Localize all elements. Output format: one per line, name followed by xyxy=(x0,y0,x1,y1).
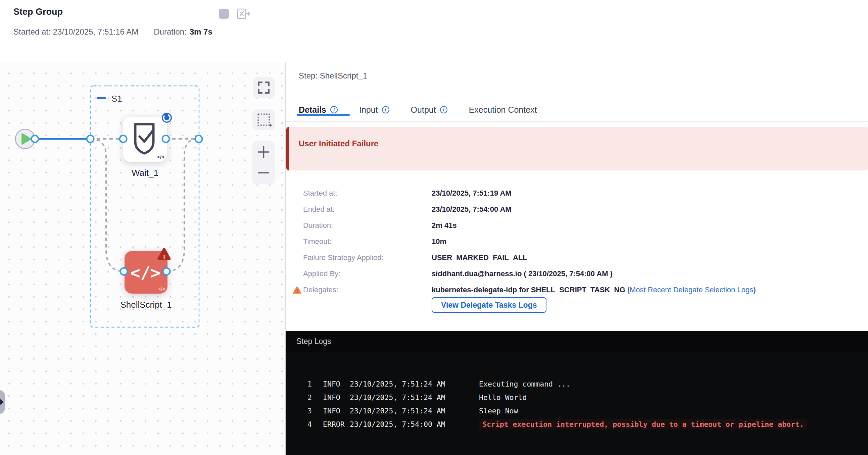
script-badge-icon: </> xyxy=(157,154,164,160)
tab-output-label: Output xyxy=(411,105,436,115)
detail-row: Ended at: 23/10/2025, 7:54:00 AM xyxy=(299,201,755,218)
view-delegate-tasks-logs-button[interactable]: View Delegate Tasks Logs xyxy=(432,297,547,313)
started-at-label: Started at: xyxy=(13,27,51,37)
warning-icon: ! xyxy=(293,286,302,294)
status-square-icon[interactable] xyxy=(219,9,229,19)
node-wait-1[interactable]: </> Wait_1 xyxy=(123,113,172,178)
paren-open: ( xyxy=(625,286,630,294)
detail-label: Duration: xyxy=(299,221,432,230)
log-level: INFO xyxy=(312,380,350,388)
detail-row: Applied By: siddhant.dua@harness.io ( 23… xyxy=(299,266,755,282)
delegate-name: kubernetes-delegate-idp for SHELL_SCRIPT… xyxy=(432,286,625,294)
chevron-right-icon xyxy=(0,399,4,405)
tab-execution-context-label: Execution Context xyxy=(469,105,537,115)
tab-bar: Details i Input i Output i Execution Con… xyxy=(286,99,868,122)
tab-details[interactable]: Details i xyxy=(299,105,338,115)
execution-header: Step Group Started at: 23/10/2025, 7:51:… xyxy=(0,0,868,62)
execution-meta: Started at: 23/10/2025, 7:51:16 AM Durat… xyxy=(13,27,213,37)
detail-row: Started at: 23/10/2025, 7:51:19 AM xyxy=(299,185,755,201)
log-line-number: 4 xyxy=(292,420,312,428)
step-details-panel: Step: ShellScript_1 Details i Input i Ou… xyxy=(286,62,868,455)
log-timestamp: 23/10/2025, 7:54:00 AM xyxy=(350,420,479,428)
error-banner: User Initiated Failure xyxy=(286,127,868,170)
tab-input-label: Input xyxy=(359,105,378,115)
tab-details-label: Details xyxy=(299,105,326,115)
info-icon[interactable]: i xyxy=(330,106,338,113)
detail-label: Applied By: xyxy=(299,269,432,278)
code-icon: </> xyxy=(130,263,160,283)
detail-value: USER_MARKED_FAIL_ALL xyxy=(432,253,527,262)
step-logs-body[interactable]: 1 INFO 23/10/2025, 7:51:24 AM Executing … xyxy=(286,352,868,431)
detail-value: kubernetes-delegate-idp for SHELL_SCRIPT… xyxy=(432,286,755,294)
log-line: 3 INFO 23/10/2025, 7:51:24 AM Sleep Now xyxy=(292,404,868,417)
detail-row: Duration: 2m 41s xyxy=(299,218,755,233)
step-title: Step: ShellScript_1 xyxy=(299,71,367,80)
tab-execution-context[interactable]: Execution Context xyxy=(469,105,537,115)
node-label-wait: Wait_1 xyxy=(131,168,158,178)
log-line-number: 1 xyxy=(292,380,312,388)
log-message: Hello World xyxy=(479,393,527,402)
svg-text:!: ! xyxy=(163,253,165,260)
log-timestamp: 23/10/2025, 7:51:24 AM xyxy=(350,380,479,388)
graph-edges xyxy=(35,139,199,271)
zoom-controls[interactable] xyxy=(252,141,275,184)
marquee-select-button[interactable] xyxy=(252,109,275,130)
started-at-value: 23/10/2025, 7:51:16 AM xyxy=(53,27,138,37)
log-level: INFO xyxy=(312,407,350,415)
log-timestamp: 23/10/2025, 7:51:24 AM xyxy=(350,407,479,415)
duration-value: 3m 7s xyxy=(190,27,213,37)
tab-input[interactable]: Input i xyxy=(359,105,390,115)
running-spinner-icon xyxy=(162,113,172,123)
detail-label: ! Delegates: xyxy=(299,286,432,294)
pipeline-graph-canvas[interactable]: S1 </> Wait_1 xyxy=(0,62,285,455)
log-timestamp: 23/10/2025, 7:51:24 AM xyxy=(350,393,479,402)
edge-group-to-shellscript xyxy=(90,139,124,271)
step-logs-panel: Step Logs 1 INFO 23/10/2025, 7:51:24 AM … xyxy=(286,331,868,455)
error-banner-text: User Initiated Failure xyxy=(299,139,868,148)
log-line-error: 4 ERROR 23/10/2025, 7:54:00 AM Script ex… xyxy=(292,417,868,431)
detail-value: 23/10/2025, 7:54:00 AM xyxy=(432,205,512,214)
log-message: Executing command ... xyxy=(479,380,570,388)
active-tab-underline xyxy=(297,114,350,116)
detail-row-delegates: ! Delegates: kubernetes-delegate-idp for… xyxy=(299,282,755,298)
script-badge-icon: </> xyxy=(158,286,165,292)
step-logs-header: Step Logs xyxy=(286,331,868,352)
meta-divider xyxy=(146,27,146,37)
abort-export-icon[interactable] xyxy=(237,8,250,20)
delegates-label: Delegates: xyxy=(303,286,338,294)
page-title: Step Group xyxy=(13,7,63,17)
connector-ports[interactable] xyxy=(32,136,203,275)
group-label: S1 xyxy=(112,94,122,104)
delegate-selection-logs-link[interactable]: Most Recent Delegate Selection Logs xyxy=(630,286,753,294)
edge-shellscript-to-groupend xyxy=(166,139,199,271)
log-message: Script execution interrupted, possibly d… xyxy=(479,419,807,429)
log-line-number: 2 xyxy=(292,393,312,402)
failure-badge-icon: ! xyxy=(159,249,169,260)
log-line: 1 INFO 23/10/2025, 7:51:24 AM Executing … xyxy=(292,377,868,391)
detail-label: Started at: xyxy=(299,189,432,198)
canvas-controls xyxy=(252,77,275,184)
tab-output[interactable]: Output i xyxy=(411,105,447,115)
detail-value: 10m xyxy=(432,237,446,246)
duration-label: Duration: xyxy=(154,27,186,37)
detail-value: 2m 41s xyxy=(432,221,457,230)
log-message: Sleep Now xyxy=(479,407,518,415)
info-icon[interactable]: i xyxy=(382,106,390,113)
log-line-number: 3 xyxy=(292,407,312,415)
detail-value: siddhant.dua@harness.io ( 23/10/2025, 7:… xyxy=(432,269,613,278)
log-level: INFO xyxy=(312,393,350,402)
fullscreen-button[interactable] xyxy=(253,77,275,98)
log-level: ERROR xyxy=(312,420,350,428)
detail-row: Failure Strategy Applied: USER_MARKED_FA… xyxy=(299,250,755,266)
svg-text:!: ! xyxy=(297,288,298,294)
expand-left-panel-handle[interactable] xyxy=(0,390,5,414)
detail-value: 23/10/2025, 7:51:19 AM xyxy=(432,189,512,198)
log-line: 2 INFO 23/10/2025, 7:51:24 AM Hello Worl… xyxy=(292,391,868,404)
details-list: Started at: 23/10/2025, 7:51:19 AM Ended… xyxy=(299,185,755,298)
node-label-shellscript: ShellScript_1 xyxy=(120,300,172,310)
info-icon[interactable]: i xyxy=(440,106,447,113)
detail-label: Timeout: xyxy=(299,237,432,246)
detail-label: Failure Strategy Applied: xyxy=(299,253,432,262)
detail-row: Timeout: 10m xyxy=(299,233,755,250)
node-shellscript-1[interactable]: </> </> ! ShellScript_1 xyxy=(120,249,172,310)
